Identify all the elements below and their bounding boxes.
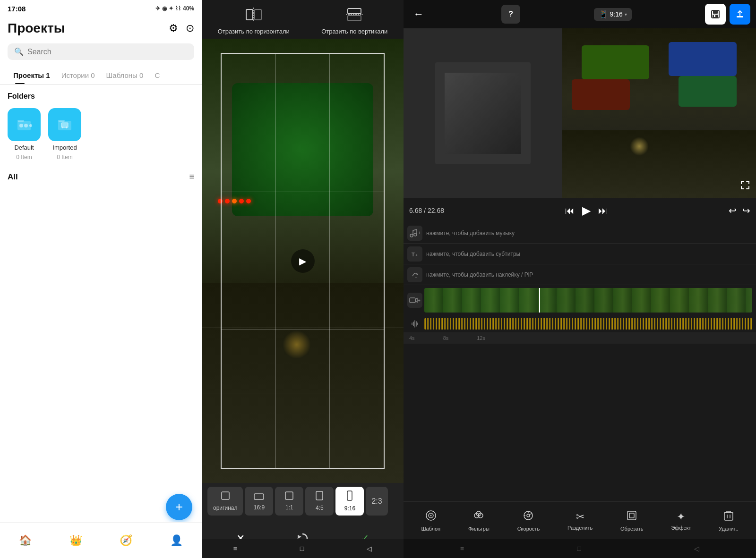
grid-v-1 xyxy=(275,54,276,468)
projects-header: Проекты ⚙ ⊙ xyxy=(0,17,202,40)
svg-rect-1 xyxy=(17,120,24,122)
tool-delete[interactable]: Удалит.. xyxy=(719,510,738,532)
flip-v-icon xyxy=(346,8,363,25)
sticker-track-label: нажмите, чтобы добавить наклейку / PiP xyxy=(426,271,752,278)
preview-scene xyxy=(562,28,756,198)
editor-top-bar: ← ? 📱 9:16 ▾ xyxy=(404,0,756,28)
split-label: Разделить xyxy=(567,525,593,531)
video-strip[interactable] xyxy=(424,288,752,313)
play-pause-button[interactable]: ▶ xyxy=(582,204,591,217)
help-button[interactable]: ? xyxy=(501,5,520,24)
all-row: All ≡ xyxy=(0,164,202,186)
folder-imported-name: Imported xyxy=(52,144,77,151)
aspect-extra[interactable]: 2:3 xyxy=(366,487,387,516)
tab-templates[interactable]: Шаблоны 0 xyxy=(101,68,149,84)
grid-h-1 xyxy=(222,192,384,192)
p2-nav-home[interactable]: □ xyxy=(300,545,304,552)
tool-filters[interactable]: Фильтры xyxy=(468,510,490,532)
folders-label: Folders xyxy=(0,85,202,104)
timeline: + нажмите, чтобы добавить музыку T + наж… xyxy=(404,223,756,501)
playhead xyxy=(539,288,540,313)
p2-sys-nav: ≡ □ ◁ xyxy=(202,539,404,558)
search-input[interactable] xyxy=(27,48,188,56)
flip-vertical-action[interactable]: Отразить по вертикали xyxy=(321,8,387,35)
nav-home[interactable]: 🏠 xyxy=(13,529,37,552)
folder-imported[interactable]: Imported 0 Item xyxy=(48,108,81,161)
original-icon xyxy=(221,491,230,503)
svg-text:T: T xyxy=(412,252,415,257)
aspect-9-16-label: 9:16 xyxy=(344,505,355,512)
more-icon[interactable]: ⊙ xyxy=(186,22,194,34)
tool-template[interactable]: Шаблон xyxy=(421,510,440,532)
folder-default[interactable]: Default 0 Item xyxy=(8,108,41,161)
aspect-original[interactable]: оригинал xyxy=(207,487,243,516)
fullscreen-button[interactable] xyxy=(740,180,750,193)
tab-c[interactable]: С xyxy=(149,68,165,84)
list-view-icon[interactable]: ≡ xyxy=(189,172,194,182)
svg-point-3 xyxy=(24,124,28,127)
tool-split[interactable]: ✂ Разделить xyxy=(567,511,593,531)
aspect-16-9-icon xyxy=(254,491,264,502)
skip-back-button[interactable]: ⏮ xyxy=(565,205,575,216)
skip-forward-button[interactable]: ⏭ xyxy=(598,205,608,216)
aspect-1-1[interactable]: 1:1 xyxy=(275,487,303,516)
undo-redo-controls: ↩ ↪ xyxy=(729,205,750,216)
transform-actions: Отразить по горизонтали Отразить по верт… xyxy=(202,0,404,39)
aspect-ratio-bar: оригинал 16:9 1:1 4:5 9:16 2 xyxy=(202,483,404,519)
nav-profile[interactable]: 👤 xyxy=(165,529,189,552)
svg-rect-19 xyxy=(316,491,323,500)
nav-premium[interactable]: 👑 xyxy=(64,529,87,552)
car-blue xyxy=(669,42,737,76)
aspect-4-5[interactable]: 4:5 xyxy=(305,487,334,516)
music-track-icon: + xyxy=(407,226,422,241)
thumb-img xyxy=(445,73,521,154)
subtitles-track[interactable]: T + нажмите, чтобы добавить субтитры xyxy=(404,244,756,264)
save-button[interactable] xyxy=(705,4,726,25)
car-green2 xyxy=(679,76,737,107)
p3-sys-nav: ≡ □ ◁ xyxy=(404,539,756,558)
audio-waveform-track xyxy=(404,315,756,332)
all-label: All xyxy=(8,172,18,182)
create-project-button[interactable]: + xyxy=(166,494,192,520)
svg-rect-10 xyxy=(246,9,253,20)
svg-rect-7 xyxy=(61,123,68,127)
aspect-9-16[interactable]: 9:16 xyxy=(335,487,364,516)
resolution-selector[interactable]: 📱 9:16 ▾ xyxy=(594,8,632,21)
sticker-track[interactable]: + нажмите, чтобы добавить наклейку / PiP xyxy=(404,264,756,285)
flip-v-label: Отразить по вертикали xyxy=(321,28,387,35)
undo-button[interactable]: ↩ xyxy=(729,205,737,216)
search-bar[interactable]: 🔍 xyxy=(8,43,194,60)
aspect-4-5-icon xyxy=(316,491,323,503)
export-button[interactable] xyxy=(730,4,750,25)
tools-bar: Шаблон Фильтры С xyxy=(404,501,756,539)
p2-nav-menu[interactable]: ≡ xyxy=(233,545,237,552)
tool-trim[interactable]: Обрезать xyxy=(620,510,644,532)
p2-nav-back[interactable]: ◁ xyxy=(367,545,372,552)
p3-nav-home[interactable]: □ xyxy=(577,545,581,552)
svg-rect-14 xyxy=(348,16,361,21)
tool-speed[interactable]: Скорость xyxy=(517,510,540,532)
settings-icon[interactable]: ⚙ xyxy=(169,22,178,34)
p3-nav-menu[interactable]: ≡ xyxy=(460,545,464,552)
svg-point-37 xyxy=(430,515,431,516)
folder-default-icon xyxy=(8,108,41,141)
preview-content xyxy=(404,28,756,198)
audio-icon xyxy=(407,316,422,331)
svg-point-42 xyxy=(527,514,530,517)
play-button[interactable]: ▶ xyxy=(291,249,315,273)
nav-explore[interactable]: 🧭 xyxy=(114,529,138,552)
redo-button[interactable]: ↪ xyxy=(742,205,750,216)
p3-nav-back[interactable]: ◁ xyxy=(694,545,699,552)
aspect-16-9[interactable]: 16:9 xyxy=(245,487,273,516)
tab-stories[interactable]: Истории 0 xyxy=(56,68,101,84)
transport-controls: ⏮ ▶ ⏭ xyxy=(565,204,608,217)
effect-label: Эффект xyxy=(671,525,691,531)
svg-text:+: + xyxy=(415,275,417,279)
music-track[interactable]: + нажмите, чтобы добавить музыку xyxy=(404,223,756,244)
tab-projects[interactable]: Проекты 1 xyxy=(8,68,56,84)
folder-imported-count: 0 Item xyxy=(57,154,72,161)
video-preview-area: ▶ xyxy=(202,39,404,483)
back-button[interactable]: ← xyxy=(409,5,428,24)
flip-horizontal-action[interactable]: Отразить по горизонтали xyxy=(218,8,290,35)
tool-effect[interactable]: ✦ Эффект xyxy=(671,511,691,531)
